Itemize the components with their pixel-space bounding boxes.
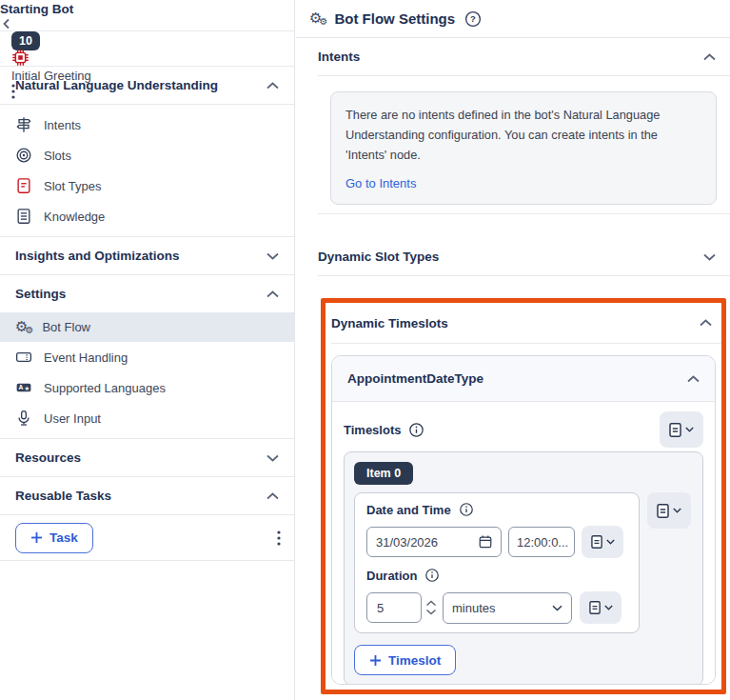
timeslot-item-0: Item 0 Date and Time 31/03/2026 bbox=[344, 451, 703, 685]
node-initial-greeting[interactable]: 10 Initial Greeting bbox=[0, 31, 294, 67]
section-settings[interactable]: Settings bbox=[0, 275, 294, 312]
section-resources[interactable]: Resources bbox=[0, 439, 294, 477]
starting-bot-title: Starting Bot bbox=[0, 2, 73, 16]
date-time-inputs: 31/03/2026 12:00:0... bbox=[366, 526, 627, 558]
sidebar-item-slots[interactable]: Slots bbox=[0, 140, 294, 170]
nlu-items: Intents Slots Slot Types Knowledge bbox=[0, 105, 294, 237]
add-task-button[interactable]: Task bbox=[15, 523, 93, 553]
appointment-date-type-body: Timeslots Item 0 bbox=[332, 402, 715, 685]
sidebar-item-event-handling[interactable]: Event Handling bbox=[0, 342, 294, 372]
time-input[interactable]: 12:00:0... bbox=[508, 527, 575, 557]
section-title: Resources bbox=[15, 450, 81, 465]
section-insights-and-optimizations[interactable]: Insights and Optimizations bbox=[0, 237, 294, 275]
tasks-menu-kebab-icon[interactable] bbox=[277, 530, 281, 546]
slot-type-title: AppointmentDateType bbox=[347, 371, 483, 386]
sidebar-item-bot-flow[interactable]: ⚙⚙ Bot Flow bbox=[0, 312, 294, 342]
section-title: Dynamic Timeslots bbox=[331, 316, 448, 330]
chevron-down-icon bbox=[604, 605, 613, 610]
help-icon[interactable]: ? bbox=[464, 10, 482, 28]
timeslots-label-group: Timeslots bbox=[344, 422, 424, 438]
dynamic-timeslots-highlight: Dynamic Timeslots AppointmentDateType Ti… bbox=[321, 298, 726, 694]
duration-stepper[interactable] bbox=[425, 600, 437, 615]
sidebar-item-slot-types[interactable]: Slot Types bbox=[0, 170, 294, 201]
info-icon[interactable] bbox=[459, 502, 474, 517]
section-title: Settings bbox=[15, 287, 66, 301]
document-icon bbox=[657, 504, 670, 518]
intents-empty-state: There are no intents defined in the bot'… bbox=[330, 91, 717, 205]
date-time-card: Date and Time 31/03/2026 12: bbox=[354, 492, 640, 633]
sidebar-item-label: Bot Flow bbox=[42, 320, 90, 334]
chevron-up-icon bbox=[703, 53, 716, 61]
panel-title: Bot Flow Settings bbox=[334, 10, 455, 27]
book-icon bbox=[15, 208, 32, 225]
chevron-down-icon bbox=[552, 605, 562, 611]
date-time-expression-dropdown[interactable] bbox=[582, 526, 623, 558]
date-and-time-label: Date and Time bbox=[366, 503, 451, 517]
collapse-sidebar-icon[interactable] bbox=[0, 17, 13, 30]
go-to-intents-link[interactable]: Go to Intents bbox=[345, 176, 416, 190]
svg-text:A: A bbox=[19, 384, 24, 390]
sidebar: Starting Bot 10 Initial Greeting Natural… bbox=[0, 0, 295, 700]
document-icon bbox=[589, 601, 602, 614]
svg-text:?: ? bbox=[470, 13, 476, 24]
section-title: Reusable Tasks bbox=[15, 489, 111, 503]
svg-text:★: ★ bbox=[24, 385, 30, 391]
duration-value: 5 bbox=[377, 601, 384, 615]
language-badge-icon: A★ bbox=[15, 379, 32, 396]
chevron-down-icon bbox=[266, 454, 279, 462]
section-reusable-tasks[interactable]: Reusable Tasks bbox=[0, 477, 294, 515]
plus-icon bbox=[369, 654, 382, 667]
bot-chip-icon bbox=[11, 49, 30, 67]
date-value: 31/03/2026 bbox=[376, 535, 438, 550]
section-intents[interactable]: Intents bbox=[296, 38, 730, 75]
chevron-down-icon bbox=[673, 508, 681, 513]
date-and-time-label-group: Date and Time bbox=[366, 502, 627, 517]
duration-unit-select[interactable]: minutes bbox=[443, 592, 572, 624]
section-dynamic-slot-types[interactable]: Dynamic Slot Types bbox=[296, 238, 730, 275]
sidebar-item-intents[interactable]: Intents bbox=[0, 110, 294, 140]
add-timeslot-button[interactable]: Timeslot bbox=[354, 645, 456, 675]
duration-label-group: Duration bbox=[366, 568, 627, 583]
chevron-down-icon bbox=[606, 539, 615, 545]
info-icon[interactable] bbox=[408, 422, 424, 438]
intents-empty-message: There are no intents defined in the bot'… bbox=[345, 105, 701, 165]
starting-bot-header: Starting Bot bbox=[0, 0, 294, 31]
stepper-up-icon[interactable] bbox=[425, 600, 437, 607]
sidebar-item-supported-languages[interactable]: A★ Supported Languages bbox=[0, 372, 294, 403]
timeslots-row: Timeslots bbox=[344, 411, 703, 448]
date-input[interactable]: 31/03/2026 bbox=[366, 527, 502, 557]
gears-icon: ⚙⚙ bbox=[309, 10, 325, 27]
date-time-group-row: Date and Time 31/03/2026 12: bbox=[354, 492, 693, 633]
sidebar-item-label: Knowledge bbox=[44, 210, 105, 224]
item-index-badge: Item 0 bbox=[354, 462, 413, 485]
node-count-badge: 10 bbox=[11, 31, 40, 50]
sidebar-item-label: Slot Types bbox=[44, 179, 101, 193]
bullseye-icon bbox=[15, 147, 32, 164]
sidebar-item-user-input[interactable]: User Input bbox=[0, 403, 294, 433]
duration-inputs: 5 minutes bbox=[366, 591, 627, 624]
duration-expression-dropdown[interactable] bbox=[580, 591, 621, 624]
ticket-icon bbox=[15, 349, 32, 366]
appointment-date-type-header[interactable]: AppointmentDateType bbox=[332, 356, 715, 402]
stepper-down-icon[interactable] bbox=[425, 609, 437, 615]
panel-header: ⚙⚙ Bot Flow Settings ? bbox=[296, 0, 730, 38]
section-dynamic-timeslots[interactable]: Dynamic Timeslots bbox=[326, 303, 721, 343]
sidebar-item-knowledge[interactable]: Knowledge bbox=[0, 201, 294, 231]
sidebar-item-label: Event Handling bbox=[44, 350, 128, 365]
duration-unit-value: minutes bbox=[452, 601, 496, 615]
time-value: 12:00:0... bbox=[517, 535, 568, 550]
sidebar-item-label: User Input bbox=[44, 411, 101, 426]
red-document-icon bbox=[15, 177, 32, 194]
chevron-down-icon bbox=[703, 253, 716, 261]
info-icon[interactable] bbox=[424, 568, 440, 583]
chevron-up-icon bbox=[687, 375, 700, 383]
chevron-up-icon bbox=[700, 319, 712, 327]
section-title: Intents bbox=[318, 50, 360, 64]
plus-icon bbox=[30, 531, 43, 544]
add-task-label: Task bbox=[49, 530, 78, 545]
section-title: Dynamic Slot Types bbox=[318, 250, 439, 264]
item-expression-dropdown[interactable] bbox=[647, 492, 691, 529]
timeslots-expression-dropdown[interactable] bbox=[660, 411, 703, 448]
duration-value-input[interactable]: 5 bbox=[366, 592, 422, 623]
calendar-icon[interactable] bbox=[478, 534, 493, 550]
